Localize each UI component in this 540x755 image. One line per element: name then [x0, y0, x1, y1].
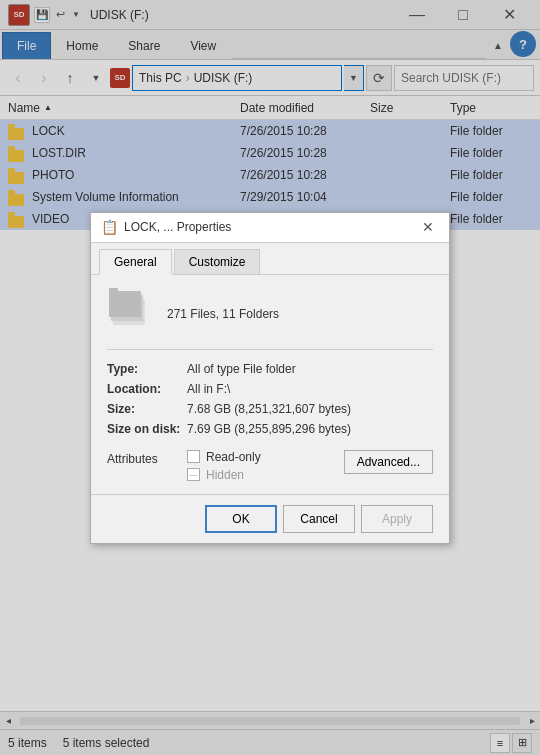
dialog-title-icon: 📋	[101, 219, 118, 235]
dialog-size-on-disk-label: Size on disk:	[107, 422, 187, 436]
dialog-attributes-row: Attributes Read-only — Hidden Advanced..…	[107, 450, 433, 482]
cancel-button[interactable]: Cancel	[283, 505, 355, 533]
dialog-size-on-disk-value: 7.69 GB (8,255,895,296 bytes)	[187, 422, 351, 436]
dialog-title-bar: 📋 LOCK, ... Properties ✕	[91, 213, 449, 243]
dialog-header: 271 Files, 11 Folders	[107, 291, 433, 350]
dialog-size-label: Size:	[107, 402, 187, 416]
dialog-files-summary: 271 Files, 11 Folders	[167, 307, 279, 321]
dialog-checkboxes: Read-only — Hidden	[187, 450, 344, 482]
dialog-tabs: General Customize	[91, 243, 449, 275]
ok-button[interactable]: OK	[205, 505, 277, 533]
dialog-content: 271 Files, 11 Folders Type: All of type …	[91, 275, 449, 494]
dialog-close-button[interactable]: ✕	[417, 216, 439, 238]
dialog-type-value: All of type File folder	[187, 362, 296, 376]
dialog-info-row-size: Size: 7.68 GB (8,251,321,607 bytes)	[107, 402, 433, 416]
advanced-button[interactable]: Advanced...	[344, 450, 433, 474]
dialog-location-value: All in F:\	[187, 382, 230, 396]
dialog-tab-customize[interactable]: Customize	[174, 249, 261, 274]
dialog-files-icon	[107, 291, 153, 337]
readonly-checkbox[interactable]	[187, 450, 200, 463]
apply-button[interactable]: Apply	[361, 505, 433, 533]
dialog-info-row-location: Location: All in F:\	[107, 382, 433, 396]
dialog-type-label: Type:	[107, 362, 187, 376]
dialog-location-label: Location:	[107, 382, 187, 396]
hidden-label: Hidden	[206, 468, 244, 482]
readonly-label: Read-only	[206, 450, 261, 464]
dialog-readonly-row: Read-only	[187, 450, 344, 464]
dialog-title-text: LOCK, ... Properties	[124, 220, 417, 234]
modal-overlay: 📋 LOCK, ... Properties ✕ General Customi…	[0, 0, 540, 755]
dialog-info-row-type: Type: All of type File folder	[107, 362, 433, 376]
properties-dialog: 📋 LOCK, ... Properties ✕ General Customi…	[90, 212, 450, 544]
dialog-info-row-size-on-disk: Size on disk: 7.69 GB (8,255,895,296 byt…	[107, 422, 433, 436]
hidden-checkbox[interactable]: —	[187, 468, 200, 481]
dialog-tab-general[interactable]: General	[99, 249, 172, 275]
dialog-attributes-label: Attributes	[107, 450, 187, 466]
dialog-attributes-section: Attributes Read-only — Hidden Advanced..…	[107, 450, 433, 482]
dialog-size-value: 7.68 GB (8,251,321,607 bytes)	[187, 402, 351, 416]
dialog-hidden-row: — Hidden	[187, 468, 344, 482]
dialog-footer: OK Cancel Apply	[91, 494, 449, 543]
